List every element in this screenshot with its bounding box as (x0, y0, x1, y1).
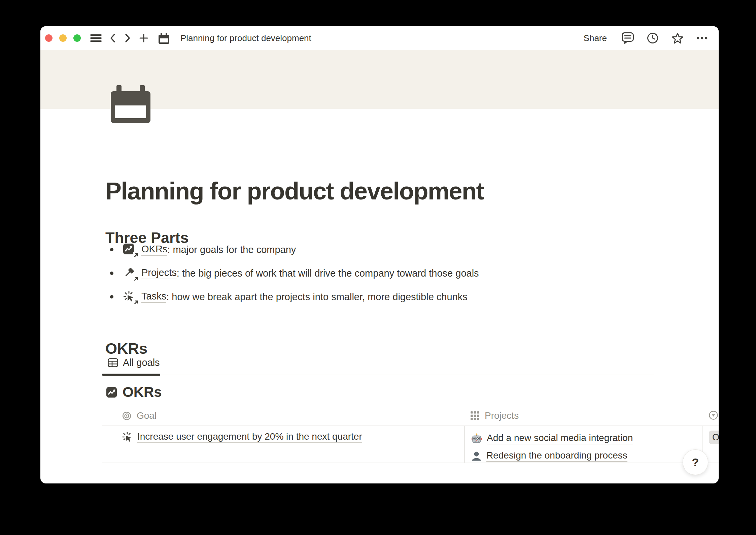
grid-icon (471, 411, 479, 420)
column-divider (464, 426, 465, 463)
hamburger-icon (90, 34, 102, 42)
plus-icon (139, 33, 149, 43)
minimize-window-button[interactable] (59, 34, 67, 42)
favorite-button[interactable] (671, 31, 684, 45)
chevron-right-icon (124, 33, 131, 43)
table-icon (108, 358, 118, 367)
sidebar-toggle-button[interactable] (90, 31, 102, 45)
bullet-text: OKRs: major goals for the company (141, 238, 296, 261)
list-item-okrs: OKRs: major goals for the company (40, 238, 719, 261)
bullet-disc (110, 272, 113, 275)
project-page-link[interactable]: Redesign the onboarding process (486, 450, 627, 462)
breadcrumb-title[interactable]: Planning for product development (180, 33, 311, 43)
bullet-disc (110, 295, 113, 298)
tabbar-divider (102, 375, 654, 375)
active-tab-underline (102, 374, 160, 376)
page-calendar-icon[interactable] (111, 85, 150, 123)
bullet-rest: : the big pieces of work that will drive… (177, 268, 479, 279)
bullet-rest: : how we break apart the projects into s… (166, 291, 468, 303)
database-title-row: OKRs (106, 384, 162, 400)
target-icon (122, 411, 131, 420)
app-window: Planning for product development Share (40, 26, 719, 483)
close-window-button[interactable] (45, 34, 53, 42)
tab-all-goals[interactable]: All goals (102, 354, 165, 371)
ellipsis-icon (696, 36, 708, 40)
help-label: ? (692, 456, 699, 469)
robot-emoji (471, 433, 482, 444)
goal-page-link[interactable]: Increase user engagement by 20% in the n… (137, 431, 362, 443)
page-title: Planning for product development (105, 177, 484, 205)
status-badge[interactable]: O (709, 431, 719, 444)
bullet-rest: : major goals for the company (167, 244, 296, 255)
toolbar-left-group: Planning for product development (90, 31, 311, 45)
chevron-left-icon (109, 33, 116, 43)
goal-cell: Increase user engagement by 20% in the n… (122, 430, 362, 444)
tab-label: All goals (123, 357, 160, 368)
table-header-border (102, 426, 719, 426)
link-arrow-icon (133, 252, 139, 258)
database-title[interactable]: OKRs (123, 384, 162, 400)
select-circle-down-icon (709, 411, 718, 420)
tasks-page-link[interactable]: Tasks (141, 291, 166, 303)
bullet-text: Tasks: how we break apart the projects i… (141, 285, 468, 309)
toolbar: Planning for product development Share (40, 26, 719, 50)
column-header-status[interactable] (709, 411, 718, 420)
list-item-projects: Projects: the big pieces of work that wi… (40, 261, 719, 285)
hammer-link-icon (123, 267, 135, 279)
project-cell-line: Redesign the onboarding process (471, 448, 627, 463)
comments-button[interactable] (621, 31, 634, 45)
column-label: Goal (137, 410, 157, 421)
column-header-goal[interactable]: Goal (122, 406, 157, 426)
person-emoji (471, 451, 482, 461)
share-button[interactable]: Share (582, 33, 609, 44)
fullscreen-window-button[interactable] (73, 34, 81, 42)
clock-icon (647, 32, 659, 44)
click-link-icon (123, 291, 135, 303)
toolbar-right-group: Share (582, 31, 708, 45)
status-badge-label: O (712, 432, 719, 443)
new-tab-button[interactable] (139, 31, 149, 45)
link-arrow-icon (133, 276, 139, 282)
column-header-projects[interactable]: Projects (471, 406, 519, 426)
more-options-button[interactable] (696, 31, 708, 45)
projects-page-link[interactable]: Projects (141, 267, 177, 279)
bullet-text: Projects: the big pieces of work that wi… (141, 261, 479, 285)
click-icon (122, 432, 133, 442)
forward-button[interactable] (124, 31, 131, 45)
back-button[interactable] (109, 31, 116, 45)
star-icon (671, 32, 684, 44)
column-label: Projects (485, 410, 519, 421)
list-item-tasks: Tasks: how we break apart the projects i… (40, 285, 719, 309)
project-page-link[interactable]: Add a new social media integration (487, 433, 633, 444)
comment-icon (621, 32, 634, 44)
chart-square-icon (106, 387, 117, 398)
project-cell-line: Add a new social media integration (471, 431, 633, 446)
traffic-lights (45, 34, 81, 42)
bullet-disc (110, 248, 113, 251)
history-button[interactable] (647, 31, 659, 45)
breadcrumb-calendar-icon (158, 33, 170, 44)
three-parts-list: OKRs: major goals for the company Projec… (40, 238, 719, 309)
chart-link-icon (123, 244, 135, 256)
help-button[interactable]: ? (683, 449, 708, 475)
okrs-page-link[interactable]: OKRs (141, 244, 167, 256)
screenshot-canvas: { "colors": { "text": "#37352f", "muted_… (0, 0, 756, 535)
link-arrow-icon (133, 299, 139, 306)
